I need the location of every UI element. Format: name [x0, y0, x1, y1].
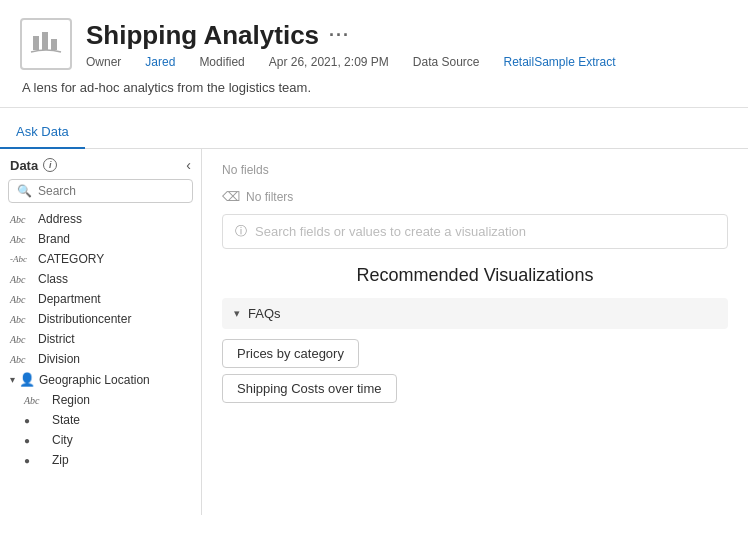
item-label: Zip [52, 453, 191, 467]
viz-search-placeholder: Search fields or values to create a visu… [255, 224, 526, 239]
faq-chevron-icon: ▾ [234, 307, 240, 320]
item-label: Address [38, 212, 191, 226]
more-options-button[interactable]: ··· [329, 25, 350, 46]
item-label: Division [38, 352, 191, 366]
app-logo [20, 18, 72, 70]
type-badge: Abc [10, 234, 32, 245]
svg-rect-1 [42, 32, 48, 50]
modified-label: Modified [199, 55, 244, 69]
svg-rect-0 [33, 36, 39, 50]
viz-button-shipping-costs[interactable]: Shipping Costs over time [222, 374, 397, 403]
globe-icon: ● [24, 415, 46, 426]
chevron-down-icon: ▾ [10, 374, 15, 385]
app-header: Shipping Analytics ··· Owner Jared Modif… [0, 0, 748, 108]
visualization-search-bar[interactable]: ⓘ Search fields or values to create a vi… [222, 214, 728, 249]
recommended-title: Recommended Visualizations [222, 265, 728, 286]
faq-group: ▾ FAQs [222, 298, 728, 329]
sidebar: Data i ‹ 🔍 Abc Address Abc Brand -Abc CA… [0, 149, 202, 515]
location-group-icon: 👤 [19, 372, 35, 387]
sidebar-item-region[interactable]: Abc Region [0, 390, 201, 410]
info-icon[interactable]: i [43, 158, 57, 172]
search-box[interactable]: 🔍 [8, 179, 193, 203]
type-badge: Abc [10, 314, 32, 325]
viz-button-prices-by-category[interactable]: Prices by category [222, 339, 359, 368]
faq-header[interactable]: ▾ FAQs [234, 306, 716, 321]
list-item[interactable]: Abc Brand [0, 229, 201, 249]
list-item[interactable]: Abc Class [0, 269, 201, 289]
recommended-section: Recommended Visualizations ▾ FAQs Prices… [222, 265, 728, 403]
tab-ask-data[interactable]: Ask Data [0, 116, 85, 149]
item-label: State [52, 413, 191, 427]
datasource-link[interactable]: RetailSample Extract [504, 55, 616, 69]
item-label: Distributioncenter [38, 312, 191, 326]
no-filters-label: No filters [246, 190, 293, 204]
main-layout: Data i ‹ 🔍 Abc Address Abc Brand -Abc CA… [0, 149, 748, 515]
collapse-sidebar-button[interactable]: ‹ [186, 157, 191, 173]
type-badge: Abc [24, 395, 46, 406]
modified-date: Apr 26, 2021, 2:09 PM [269, 55, 389, 69]
item-label: Region [52, 393, 191, 407]
list-item[interactable]: Abc Department [0, 289, 201, 309]
type-badge: Abc [10, 214, 32, 225]
filter-row: ⌫ No filters [222, 189, 728, 204]
sidebar-title: Data i [10, 158, 57, 173]
search-input[interactable] [38, 184, 184, 198]
app-title-row: Shipping Analytics ··· [86, 20, 616, 51]
sidebar-item-zip[interactable]: ● Zip [0, 450, 201, 470]
type-badge: Abc [10, 274, 32, 285]
content-area: No fields ⌫ No filters ⓘ Search fields o… [202, 149, 748, 515]
type-badge: Abc [10, 334, 32, 345]
list-item[interactable]: -Abc CATEGORY [0, 249, 201, 269]
item-label: Brand [38, 232, 191, 246]
viz-buttons: Prices by category Shipping Costs over t… [222, 339, 728, 403]
sidebar-header: Data i ‹ [0, 149, 201, 179]
sidebar-item-state[interactable]: ● State [0, 410, 201, 430]
faq-label: FAQs [248, 306, 281, 321]
list-item[interactable]: Abc Distributioncenter [0, 309, 201, 329]
owner-link[interactable]: Jared [145, 55, 175, 69]
svg-rect-2 [51, 39, 57, 50]
search-icon: 🔍 [17, 184, 32, 198]
type-badge: Abc [10, 294, 32, 305]
type-badge: -Abc [10, 254, 32, 264]
sidebar-item-geographic-location[interactable]: ▾ 👤 Geographic Location [0, 369, 201, 390]
list-item[interactable]: Abc Address [0, 209, 201, 229]
item-label: CATEGORY [38, 252, 191, 266]
filter-icon: ⌫ [222, 189, 240, 204]
no-fields-label: No fields [222, 163, 728, 179]
info-circle-icon: ⓘ [235, 223, 247, 240]
item-label: Class [38, 272, 191, 286]
globe-icon: ● [24, 455, 46, 466]
list-item[interactable]: Abc District [0, 329, 201, 349]
sidebar-item-division[interactable]: Abc Division [0, 349, 201, 369]
tab-bar: Ask Data [0, 116, 748, 149]
datasource-label: Data Source [413, 55, 480, 69]
meta-row: Owner Jared Modified Apr 26, 2021, 2:09 … [86, 55, 616, 69]
app-description: A lens for ad-hoc analytics from the log… [20, 80, 728, 95]
group-label: Geographic Location [39, 373, 150, 387]
type-badge: Abc [10, 354, 32, 365]
item-label: City [52, 433, 191, 447]
item-label: District [38, 332, 191, 346]
sidebar-item-city[interactable]: ● City [0, 430, 201, 450]
owner-label: Owner [86, 55, 121, 69]
app-title-text: Shipping Analytics [86, 20, 319, 51]
item-label: Department [38, 292, 191, 306]
sidebar-items: Abc Address Abc Brand -Abc CATEGORY Abc … [0, 209, 201, 515]
globe-icon: ● [24, 435, 46, 446]
